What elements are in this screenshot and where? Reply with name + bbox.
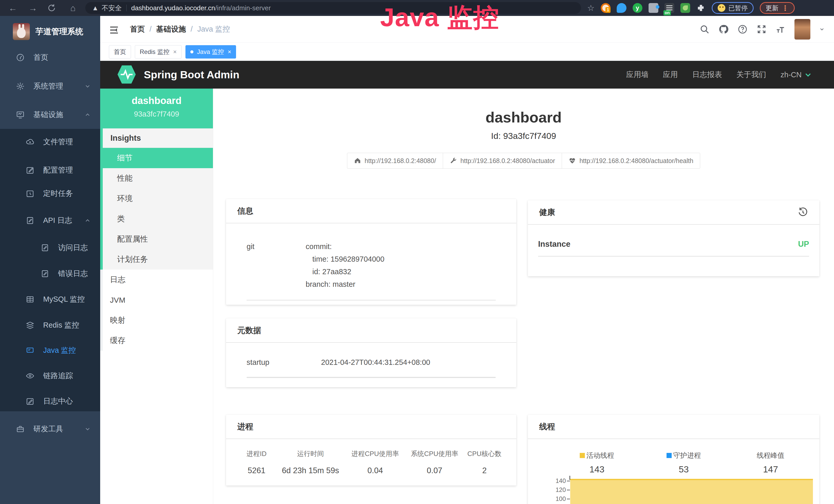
breadcrumb-home[interactable]: 首页 [130, 24, 145, 35]
avatar-caret-down-icon[interactable] [819, 26, 825, 32]
instance-id: 93a3fc7f7409 [100, 110, 213, 118]
sba-nav-wall[interactable]: 应用墙 [626, 70, 649, 80]
y-axis-tick: 120 [550, 486, 566, 494]
text-size-icon[interactable] [775, 24, 786, 35]
extensions-puzzle-icon[interactable] [696, 3, 706, 13]
sba-nav-about[interactable]: 关于我们 [737, 70, 766, 80]
fullscreen-icon[interactable] [756, 24, 767, 35]
profile-paused-pill[interactable]: 已暂停 [712, 2, 753, 14]
process-panel-title: 进程 [226, 415, 516, 439]
home-icon [354, 157, 361, 164]
sidebar-item-infrastructure[interactable]: 基础设施 [0, 108, 100, 122]
sba-sidebar-plain-group: 日志 JVM 映射 缓存 [100, 270, 213, 351]
sba-sidebar-item-logs[interactable]: 日志 [103, 270, 213, 290]
extension-pin-icon[interactable] [617, 3, 627, 13]
sidebar-item-error-logs[interactable]: 错误日志 [0, 267, 100, 281]
bookmark-star-icon[interactable]: ☆ [587, 3, 595, 13]
sba-nav-journal[interactable]: 日志报表 [692, 70, 722, 80]
extension-badge: 1 [606, 7, 610, 13]
sidebar-item-redis-monitor[interactable]: Redis 监控 [0, 318, 100, 333]
extension-leaf-icon[interactable] [680, 3, 690, 13]
sba-locale-select[interactable]: zh-CN [781, 71, 812, 79]
chevron-down-icon [84, 426, 91, 432]
extension-lines [666, 5, 673, 6]
browser-reload-icon[interactable] [47, 4, 59, 12]
page-annotation: Java 监控 [380, 1, 499, 35]
sba-sidebar-item-details[interactable]: 细节 [103, 148, 213, 168]
spring-boot-admin-logo-icon [117, 64, 136, 85]
breadcrumb-infrastructure[interactable]: 基础设施 [156, 24, 186, 35]
y-axis-tickmark [567, 499, 570, 499]
address-bar[interactable]: ▲ 不安全 dashboard.yudao.iocoder.cn/infra/a… [85, 2, 581, 14]
sba-sidebar-item-environment[interactable]: 环境 [103, 188, 213, 209]
history-icon[interactable] [798, 207, 808, 217]
github-icon[interactable] [719, 24, 729, 35]
process-col-cpus: CPU核心数 [463, 449, 506, 458]
sidebar-item-access-logs[interactable]: 访问日志 [0, 240, 100, 255]
sidebar-item-home[interactable]: 首页 [0, 50, 100, 65]
close-icon[interactable]: × [227, 48, 231, 55]
health-status-badge: UP [798, 239, 809, 249]
browser-update-button[interactable]: 更新 ⋮ [760, 2, 795, 14]
cloud-upload-icon [26, 138, 35, 146]
extension-switch-icon[interactable]: on [664, 3, 674, 13]
briefcase-icon [16, 425, 25, 433]
sidebar-item-tracing[interactable]: 链路追踪 [0, 369, 100, 383]
active-threads-value: 143 [553, 464, 640, 475]
sba-sidebar-item-caches[interactable]: 缓存 [103, 330, 213, 351]
tab-java-monitor[interactable]: Java 监控 × [185, 45, 236, 59]
sba-sidebar-item-metrics[interactable]: 性能 [103, 168, 213, 188]
endpoint-health-button[interactable]: http://192.168.0.2:48080/actuator/health [562, 153, 700, 169]
health-panel-title: 健康 [539, 207, 555, 218]
layers-icon [26, 321, 35, 330]
pen-square-icon [26, 397, 35, 406]
sba-sidebar-item-mappings[interactable]: 映射 [103, 310, 213, 330]
address-divider [126, 5, 127, 11]
browser-forward-icon[interactable]: → [27, 4, 39, 12]
extension-grid-icon[interactable] [649, 3, 658, 13]
browser-back-icon[interactable]: ← [7, 4, 19, 12]
sba-sidebar-item-jvm[interactable]: JVM [103, 290, 213, 310]
extension-on-badge: on [663, 10, 671, 16]
process-col-uptime: 运行时间 [277, 449, 345, 458]
tab-home[interactable]: 首页 [109, 45, 131, 59]
help-question-icon[interactable] [738, 24, 748, 35]
sidebar-item-api-logs[interactable]: API 日志 [0, 213, 100, 228]
sba-sidebar-item-config-props[interactable]: 配置属性 [103, 229, 213, 249]
browser-home-icon[interactable]: ⌂ [67, 4, 79, 12]
hamburger-icon[interactable] [109, 25, 119, 33]
sidebar-item-scheduled-jobs[interactable]: 定时任务 [0, 186, 100, 201]
endpoint-home-button[interactable]: http://192.168.0.2:48080/ [347, 153, 443, 169]
sidebar-item-log-center[interactable]: 日志中心 [0, 394, 100, 409]
breadcrumb-separator: / [150, 25, 152, 33]
sba-sidebar-item-classes[interactable]: 类 [103, 209, 213, 229]
dashboard-gauge-icon [16, 53, 25, 62]
sidebar-item-mysql-monitor[interactable]: MySQL 监控 [0, 292, 100, 306]
breadcrumb-current: Java 监控 [197, 24, 230, 35]
health-instance-label: Instance [538, 239, 570, 249]
sidebar-item-dev-tools[interactable]: 研发工具 [0, 422, 100, 436]
process-pid-value: 5261 [236, 466, 277, 475]
app-logo-rabbit-icon [13, 23, 30, 40]
sba-sidebar-item-scheduled-tasks[interactable]: 计划任务 [103, 249, 213, 270]
sidebar-item-java-monitor[interactable]: Java 监控 [0, 343, 100, 358]
breadcrumb-separator: / [191, 25, 193, 33]
close-icon[interactable]: × [173, 48, 177, 55]
sidebar-item-file-management[interactable]: 文件管理 [0, 135, 100, 149]
browser-menu-icon[interactable]: ⋮ [782, 4, 789, 12]
active-tab-dot-icon [190, 50, 193, 53]
metadata-key: startup [247, 358, 321, 367]
info-panel-title: 信息 [226, 199, 516, 223]
search-icon[interactable] [699, 24, 710, 35]
app-logo-row: 芋道管理系统 [0, 16, 100, 40]
tab-redis-monitor[interactable]: Redis 监控 × [135, 45, 182, 59]
extension-orange-icon[interactable]: 1 [601, 3, 611, 13]
sidebar-item-system-management[interactable]: 系统管理 [0, 79, 100, 93]
sidebar-item-config-management[interactable]: 配置管理 [0, 163, 100, 177]
endpoint-actuator-button[interactable]: http://192.168.0.2:48080/actuator [443, 153, 562, 169]
user-avatar[interactable] [794, 19, 810, 40]
sba-nav-applications[interactable]: 应用 [663, 70, 678, 80]
table-grid-icon [26, 295, 35, 304]
extension-green-y-icon[interactable]: y [633, 3, 642, 13]
process-table: 进程ID 运行时间 进程CPU使用率 系统CPU使用率 CPU核心数 5261 … [226, 439, 516, 475]
